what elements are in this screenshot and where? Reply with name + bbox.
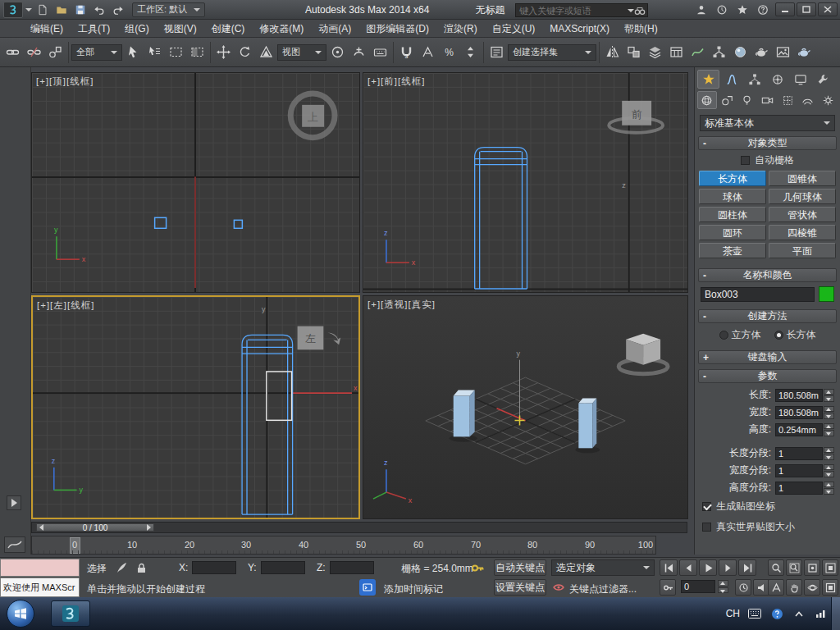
tab-create[interactable]: [697, 70, 719, 89]
viewport-front-label[interactable]: [+][前][线框]: [368, 75, 425, 88]
angle-snap-icon[interactable]: [418, 41, 438, 63]
length-field[interactable]: 180.508m: [775, 389, 823, 402]
schematic-view-icon[interactable]: [709, 41, 729, 63]
geosphere-button[interactable]: 几何球体: [769, 189, 836, 204]
communication-center-icon[interactable]: [714, 2, 730, 17]
open-mini-curve-editor-button[interactable]: [4, 536, 25, 553]
subtab-systems[interactable]: [818, 91, 838, 109]
frame-spinner[interactable]: [718, 580, 728, 593]
mute-time-icon[interactable]: [753, 579, 769, 596]
rollout-creation-method[interactable]: - 创建方法: [698, 309, 837, 323]
select-and-rotate-icon[interactable]: [235, 41, 255, 63]
select-and-link-icon[interactable]: [2, 41, 23, 63]
length-segs-spinner[interactable]: [824, 447, 834, 460]
previous-frame-arrow-icon[interactable]: [39, 524, 43, 531]
render-production-icon[interactable]: [794, 41, 815, 63]
maxscript-listener-icon[interactable]: [359, 579, 376, 596]
save-file-icon[interactable]: [72, 2, 89, 17]
favorites-star-icon[interactable]: [734, 2, 751, 17]
undo-icon[interactable]: [91, 2, 107, 17]
rendered-frame-window-icon[interactable]: [773, 41, 793, 63]
cylinder-button[interactable]: 圆柱体: [699, 207, 766, 222]
search-input[interactable]: [516, 6, 628, 16]
rollout-object-type[interactable]: - 对象类型: [698, 136, 837, 150]
subtab-space-warps[interactable]: [798, 91, 818, 109]
open-file-icon[interactable]: [53, 2, 70, 17]
width-field[interactable]: 180.508m: [775, 406, 823, 419]
pan-hand-icon[interactable]: [786, 579, 802, 596]
key-mode-toggle-icon[interactable]: [660, 579, 676, 596]
height-segs-field[interactable]: 1: [775, 482, 823, 495]
app-menu-button[interactable]: [3, 2, 23, 18]
percent-snap-icon[interactable]: %: [439, 41, 459, 63]
subtab-cameras[interactable]: [758, 91, 778, 109]
menu-modifiers[interactable]: 修改器(M): [252, 20, 311, 38]
expand-left-panel-button[interactable]: [7, 495, 21, 510]
select-and-scale-icon[interactable]: [256, 41, 276, 63]
layer-manager-icon[interactable]: [645, 41, 665, 63]
tray-network-icon[interactable]: [814, 606, 829, 621]
cone-button[interactable]: 圆锥体: [769, 171, 836, 186]
key-icon[interactable]: [469, 559, 486, 576]
sign-in-user-icon[interactable]: [693, 2, 710, 17]
maximize-viewport-toggle-icon[interactable]: [822, 579, 838, 596]
generate-mapping-checkbox[interactable]: [702, 502, 711, 511]
teapot-button[interactable]: 茶壶: [699, 243, 766, 258]
maxscript-mini-listener-pink[interactable]: [0, 559, 80, 577]
workspace-dropdown[interactable]: 工作区: 默认: [132, 2, 205, 17]
align-icon[interactable]: [623, 41, 644, 63]
menu-help[interactable]: 帮助(H): [617, 20, 665, 38]
key-filters-label[interactable]: 关键点过滤器...: [569, 582, 637, 596]
curve-editor-icon[interactable]: [687, 41, 708, 63]
ime-keyboard-icon[interactable]: [747, 606, 762, 621]
menu-tools[interactable]: 工具(T): [71, 20, 117, 38]
menu-customize[interactable]: 自定义(U): [485, 20, 543, 38]
z-coordinate-field[interactable]: [330, 561, 374, 574]
redo-icon[interactable]: [110, 2, 126, 17]
key-filters-icon[interactable]: [551, 579, 566, 596]
time-slider-track[interactable]: 0 / 100: [31, 522, 687, 533]
spinner-snap-icon[interactable]: [460, 41, 481, 63]
key-filter-selection-dropdown[interactable]: 选定对象: [551, 559, 655, 576]
maximize-button[interactable]: [797, 2, 816, 16]
y-coordinate-field[interactable]: [261, 561, 305, 574]
viewport-front[interactable]: z 前 z x [+][前][线框]: [363, 72, 688, 293]
primitive-category-dropdown[interactable]: 标准基本体: [700, 115, 835, 131]
go-to-end-button[interactable]: [738, 559, 756, 576]
menu-animation[interactable]: 动画(A): [311, 20, 358, 38]
width-segs-spinner[interactable]: [824, 464, 834, 477]
menu-maxscript[interactable]: MAXScript(X): [542, 20, 617, 38]
rollout-parameters[interactable]: - 参数: [698, 369, 837, 383]
length-spinner[interactable]: [824, 389, 834, 402]
minimize-button[interactable]: [775, 2, 795, 16]
torus-button[interactable]: 圆环: [699, 225, 766, 240]
orbit-icon[interactable]: [804, 579, 820, 596]
pyramid-button[interactable]: 四棱锥: [769, 225, 836, 240]
render-setup-icon[interactable]: [751, 41, 772, 63]
subtab-shapes[interactable]: [718, 91, 737, 109]
viewport-left-label[interactable]: [+][左][线框]: [37, 299, 94, 312]
play-button[interactable]: [699, 559, 717, 576]
start-button[interactable]: [7, 600, 34, 628]
tray-language-indicator[interactable]: CH: [726, 608, 740, 619]
width-spinner[interactable]: [824, 406, 834, 419]
viewport-top-label[interactable]: [+][顶][线框]: [36, 75, 94, 88]
tab-modify[interactable]: [720, 70, 742, 89]
help-icon[interactable]: [755, 2, 771, 17]
height-spinner[interactable]: [824, 423, 834, 436]
box-method-radio[interactable]: [774, 331, 783, 340]
reference-coordinate-dropdown[interactable]: 视图: [277, 44, 326, 61]
rollout-keyboard-entry[interactable]: + 键盘输入: [698, 350, 837, 364]
keyboard-shortcut-override-icon[interactable]: [370, 41, 390, 63]
use-pivot-center-icon[interactable]: [327, 41, 348, 63]
rollout-name-color[interactable]: - 名称和颜色: [698, 268, 837, 282]
tab-display[interactable]: [789, 70, 811, 89]
x-coordinate-field[interactable]: [192, 561, 236, 574]
sphere-button[interactable]: 球体: [699, 189, 766, 204]
width-segs-field[interactable]: 1: [775, 464, 823, 477]
object-color-swatch[interactable]: [819, 286, 834, 302]
bind-to-space-warp-icon[interactable]: [45, 41, 66, 63]
selection-filter-dropdown[interactable]: 全部: [71, 44, 122, 61]
box-method-option[interactable]: 长方体: [774, 328, 816, 342]
next-frame-arrow-icon[interactable]: [147, 524, 151, 531]
